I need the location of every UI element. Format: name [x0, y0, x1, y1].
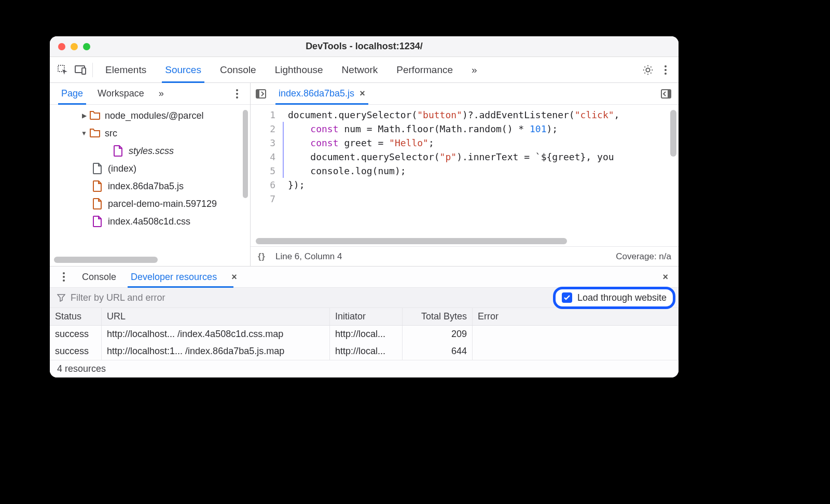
- table-cell: [473, 326, 679, 343]
- filter-placeholder: Filter by URL and error: [71, 292, 165, 303]
- code-line: document.querySelector("p").innerText = …: [288, 150, 679, 164]
- column-header[interactable]: URL: [102, 308, 330, 325]
- pretty-print-icon[interactable]: { }: [258, 251, 264, 262]
- close-tab-icon[interactable]: ×: [359, 88, 365, 99]
- tree-item[interactable]: ▶node_modules/@parcel: [50, 107, 250, 124]
- navigator-vertical-scrollbar[interactable]: [243, 110, 248, 251]
- line-number: 5: [251, 164, 275, 178]
- table-cell: http://localhost:1... /index.86da7ba5.js…: [102, 343, 330, 360]
- navigator-horizontal-scrollbar[interactable]: [54, 257, 246, 263]
- checkbox-checked-icon: [562, 292, 572, 303]
- resources-table-body: successhttp://localhost... /index.4a508c…: [50, 326, 679, 360]
- device-toolbar-icon[interactable]: [72, 61, 89, 79]
- load-through-website-toggle[interactable]: Load through website: [553, 287, 675, 309]
- tree-item[interactable]: (index): [50, 160, 250, 177]
- devtools-window: DevTools - localhost:1234/ ElementsSourc…: [50, 36, 679, 377]
- table-cell: 644: [403, 343, 473, 360]
- line-number: 3: [251, 136, 275, 150]
- window-controls: [50, 43, 90, 50]
- editor-tab-active[interactable]: index.86da7ba5.js ×: [272, 83, 371, 104]
- tree-item[interactable]: parcel-demo-main.597129: [50, 195, 250, 213]
- line-number: 1: [251, 108, 275, 122]
- file-icon: [113, 145, 125, 157]
- drawer-close-icon[interactable]: ×: [657, 272, 673, 283]
- cursor-position-label: Line 6, Column 4: [275, 251, 342, 262]
- navigator-more-tabs-icon[interactable]: »: [151, 83, 171, 104]
- main-tab-network[interactable]: Network: [333, 57, 388, 82]
- settings-icon[interactable]: [639, 61, 657, 79]
- editor-horizontal-scrollbar[interactable]: [256, 238, 673, 244]
- tree-item[interactable]: styles.scss: [50, 142, 250, 160]
- drawer-tab-developer-resources[interactable]: Developer resources: [123, 267, 224, 287]
- editor-vertical-scrollbar[interactable]: [670, 110, 676, 157]
- zoom-window-button[interactable]: [83, 43, 90, 50]
- show-navigator-icon[interactable]: [254, 87, 268, 101]
- tree-item-label: node_modules/@parcel: [105, 110, 203, 121]
- table-cell: http://local...: [330, 343, 403, 360]
- more-options-icon[interactable]: [657, 61, 674, 79]
- svg-rect-10: [256, 90, 259, 98]
- column-header[interactable]: Error: [473, 308, 679, 325]
- editor-tab-label: index.86da7ba5.js: [279, 88, 354, 99]
- navigator-tab-workspace[interactable]: Workspace: [90, 83, 151, 104]
- code-line: const num = Math.floor(Math.random() * 1…: [288, 122, 679, 136]
- column-header[interactable]: Status: [50, 308, 102, 325]
- filter-input[interactable]: Filter by URL and error: [50, 292, 553, 303]
- drawer-status-message: 4 resources: [50, 360, 679, 377]
- tree-item-label: (index): [108, 163, 136, 174]
- navigator-tab-page[interactable]: Page: [54, 83, 90, 104]
- close-window-button[interactable]: [58, 43, 65, 50]
- more-tabs-icon[interactable]: »: [462, 57, 487, 82]
- disclosure-icon[interactable]: ▶: [81, 112, 87, 119]
- tree-item[interactable]: ▼src: [50, 124, 250, 142]
- editor-pane: index.86da7ba5.js × 1234567 document.que…: [251, 83, 679, 266]
- column-header[interactable]: Total Bytes: [403, 308, 473, 325]
- table-cell: http://localhost... /index.4a508c1d.css.…: [102, 326, 330, 343]
- code-line: [288, 192, 679, 206]
- drawer-tab-console[interactable]: Console: [75, 267, 123, 287]
- main-tab-sources[interactable]: Sources: [156, 57, 211, 82]
- main-tab-performance[interactable]: Performance: [387, 57, 462, 82]
- file-icon: [92, 163, 104, 174]
- show-debugger-icon[interactable]: [659, 87, 673, 101]
- folder-icon: [89, 128, 101, 139]
- main-tab-bar: ElementsSourcesConsoleLighthouseNetworkP…: [50, 57, 679, 83]
- file-icon: [92, 198, 104, 209]
- title-bar: DevTools - localhost:1234/: [50, 36, 679, 57]
- code-body[interactable]: document.querySelector("button")?.addEve…: [283, 105, 679, 236]
- svg-point-3: [665, 65, 667, 67]
- tree-item-label: index.4a508c1d.css: [108, 216, 190, 227]
- drawer-more-options-icon[interactable]: [55, 268, 73, 286]
- table-cell: [473, 343, 679, 360]
- tree-item-label: styles.scss: [129, 146, 174, 157]
- main-split: PageWorkspace » ▶node_modules/@parcel▼sr…: [50, 83, 679, 266]
- tree-item-label: parcel-demo-main.597129: [108, 199, 217, 209]
- tree-item[interactable]: index.4a508c1d.css: [50, 213, 250, 230]
- window-title: DevTools - localhost:1234/: [50, 41, 679, 52]
- separator: [92, 63, 93, 77]
- table-cell: success: [50, 326, 102, 343]
- table-row[interactable]: successhttp://localhost... /index.4a508c…: [50, 326, 679, 343]
- svg-point-8: [236, 96, 238, 99]
- inspect-element-icon[interactable]: [54, 61, 72, 79]
- navigator-more-options-icon[interactable]: [228, 85, 246, 103]
- table-cell: 209: [403, 326, 473, 343]
- minimize-window-button[interactable]: [71, 43, 78, 50]
- code-line: document.querySelector("button")?.addEve…: [288, 108, 679, 122]
- table-row[interactable]: successhttp://localhost:1... /index.86da…: [50, 343, 679, 360]
- code-line: console.log(num);: [288, 164, 679, 178]
- main-tab-lighthouse[interactable]: Lighthouse: [266, 57, 333, 82]
- tree-item[interactable]: index.86da7ba5.js: [50, 177, 250, 195]
- navigator-tab-bar: PageWorkspace »: [50, 83, 250, 105]
- column-header[interactable]: Initiator: [330, 308, 403, 325]
- folder-icon: [89, 110, 101, 121]
- coverage-label: Coverage: n/a: [616, 251, 671, 262]
- code-editor[interactable]: 1234567 document.querySelector("button")…: [251, 105, 679, 236]
- editor-status-bar: { } Line 6, Column 4 Coverage: n/a: [251, 246, 679, 266]
- disclosure-icon[interactable]: ▼: [81, 130, 87, 137]
- svg-rect-2: [82, 68, 86, 74]
- main-tab-console[interactable]: Console: [211, 57, 266, 82]
- file-icon: [92, 216, 104, 227]
- drawer-tab-close-icon[interactable]: ×: [226, 272, 242, 283]
- main-tab-elements[interactable]: Elements: [96, 57, 156, 82]
